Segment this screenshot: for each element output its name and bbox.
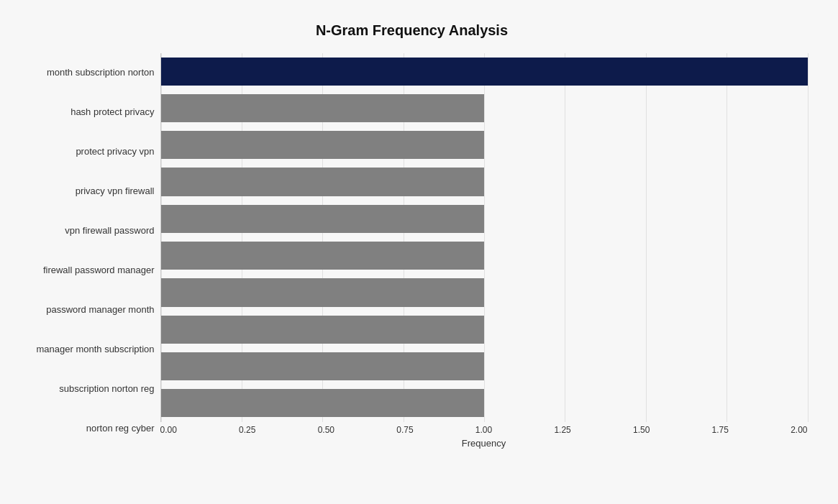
x-tick: 0.25 (239, 425, 255, 435)
bar-row (161, 201, 808, 237)
x-axis-label: Frequency (160, 438, 808, 449)
x-tick: 2.00 (791, 425, 807, 435)
x-tick: 1.50 (633, 425, 650, 435)
bar-privacy-vpn-firewall (161, 168, 485, 196)
chart-title: N-Gram Frequency Analysis (17, 22, 808, 39)
bar-row (161, 163, 808, 200)
x-tick: 0.00 (160, 425, 177, 435)
y-label: hash protect privacy (70, 93, 154, 132)
bar-row (161, 53, 808, 90)
x-tick: 0.50 (318, 425, 334, 435)
y-label: protect privacy vpn (76, 132, 154, 172)
y-label: privacy vpn firewall (76, 172, 155, 211)
y-label: subscription norton reg (59, 370, 154, 409)
chart-area: month subscription nortonhash protect pr… (17, 53, 808, 449)
y-label: month subscription norton (47, 53, 155, 93)
y-label: manager month subscription (36, 330, 154, 370)
plot-area: 0.000.250.500.751.001.251.501.752.00 Fre… (160, 53, 808, 449)
y-label: norton reg cyber (86, 409, 155, 449)
bars-container (161, 53, 808, 422)
chart-container: N-Gram Frequency Analysis month subscrip… (9, 8, 829, 497)
bar-subscription-norton-reg (161, 352, 485, 380)
bar-manager-month-subscription (161, 316, 485, 344)
bar-row (161, 311, 808, 348)
bar-month-subscription-norton (161, 58, 808, 86)
y-axis: month subscription nortonhash protect pr… (17, 53, 160, 449)
bar-password-manager-month (161, 278, 485, 306)
x-tick: 1.25 (554, 425, 570, 435)
bar-row (161, 274, 808, 311)
bar-hash-protect-privacy (161, 94, 485, 122)
bar-firewall-password-manager (161, 242, 485, 270)
bar-row (161, 237, 808, 274)
x-axis: 0.000.250.500.751.001.251.501.752.00 Fre… (160, 425, 808, 449)
x-tick: 1.00 (475, 425, 492, 435)
y-label: vpn firewall password (65, 211, 154, 251)
x-tick: 0.75 (396, 425, 413, 435)
y-label: password manager month (46, 290, 154, 330)
bar-norton-reg-cyber (161, 389, 485, 417)
bars-section (160, 53, 808, 422)
x-tick: 1.75 (712, 425, 729, 435)
bar-row (161, 348, 808, 385)
y-label: firewall password manager (43, 251, 155, 290)
bar-row (161, 385, 808, 421)
x-ticks: 0.000.250.500.751.001.251.501.752.00 (160, 425, 808, 435)
bar-protect-privacy-vpn (161, 131, 485, 159)
bar-row (161, 90, 808, 127)
bar-vpn-firewall-password (161, 205, 485, 233)
grid-line (808, 53, 809, 422)
bar-row (161, 127, 808, 163)
